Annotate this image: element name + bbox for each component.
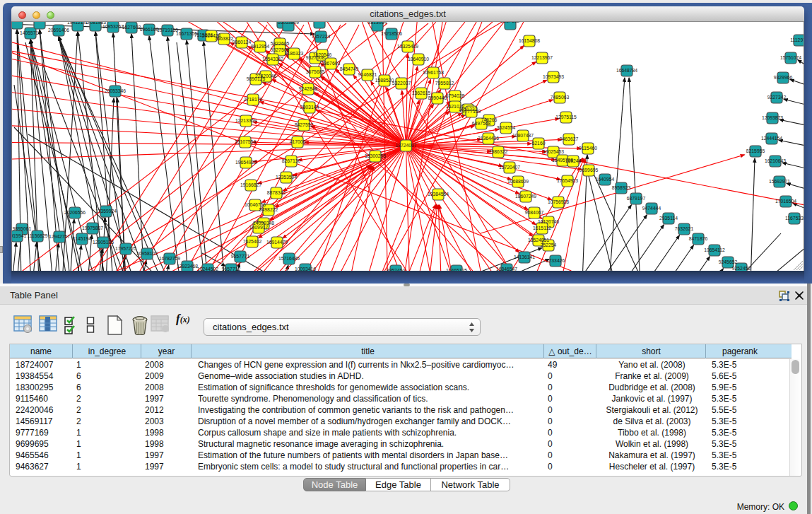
svg-text:5498222: 5498222 bbox=[259, 207, 278, 212]
svg-text:9227342: 9227342 bbox=[767, 95, 787, 100]
svg-text:1588520: 1588520 bbox=[375, 78, 394, 83]
svg-text:417006: 417006 bbox=[290, 139, 306, 144]
svg-text:12353594: 12353594 bbox=[276, 175, 297, 180]
svg-text:19975887: 19975887 bbox=[82, 226, 103, 230]
svg-text:8878342: 8878342 bbox=[267, 190, 286, 195]
svg-text:14055713: 14055713 bbox=[20, 30, 41, 35]
svg-text:19654925: 19654925 bbox=[235, 160, 257, 165]
svg-text:8186323: 8186323 bbox=[285, 51, 304, 56]
svg-text:2718176: 2718176 bbox=[244, 97, 263, 102]
svg-text:1620546: 1620546 bbox=[313, 52, 332, 57]
svg-text:15692971: 15692971 bbox=[769, 179, 790, 184]
svg-text:9252452: 9252452 bbox=[732, 266, 751, 271]
svg-text:16914479: 16914479 bbox=[266, 240, 288, 245]
svg-text:5322037: 5322037 bbox=[392, 81, 411, 86]
svg-text:12905135: 12905135 bbox=[93, 240, 114, 245]
svg-text:10973493: 10973493 bbox=[543, 74, 564, 79]
svg-text:12975115: 12975115 bbox=[555, 115, 577, 119]
svg-text:19218506: 19218506 bbox=[381, 31, 402, 36]
svg-text:21364436: 21364436 bbox=[478, 136, 499, 141]
svg-text:9474444: 9474444 bbox=[642, 206, 661, 211]
svg-text:7632621: 7632621 bbox=[675, 226, 694, 231]
svg-text:252254: 252254 bbox=[541, 243, 557, 247]
svg-text:1167533: 1167533 bbox=[785, 216, 804, 221]
svg-text:2687682: 2687682 bbox=[501, 22, 520, 23]
svg-text:169244: 169244 bbox=[565, 158, 582, 163]
svg-text:8215955: 8215955 bbox=[746, 148, 765, 153]
svg-text:7357224: 7357224 bbox=[312, 34, 331, 39]
svg-text:8454749: 8454749 bbox=[340, 66, 359, 71]
svg-text:18607249: 18607249 bbox=[515, 194, 536, 199]
svg-text:16154808: 16154808 bbox=[519, 38, 540, 43]
svg-text:1640954: 1640954 bbox=[596, 177, 615, 182]
svg-text:11156829: 11156829 bbox=[27, 233, 47, 238]
svg-text:20674489: 20674489 bbox=[29, 22, 50, 23]
svg-text:10688609: 10688609 bbox=[507, 179, 529, 184]
svg-text:17016504: 17016504 bbox=[775, 199, 796, 204]
svg-text:10046756: 10046756 bbox=[245, 202, 266, 207]
svg-text:12444154: 12444154 bbox=[761, 136, 782, 141]
svg-text:1615112: 1615112 bbox=[533, 226, 551, 230]
svg-text:8267130: 8267130 bbox=[282, 158, 301, 163]
svg-text:6497568: 6497568 bbox=[472, 121, 491, 126]
svg-text:18300295: 18300295 bbox=[365, 153, 386, 158]
svg-text:16210643: 16210643 bbox=[765, 158, 786, 163]
svg-text:1733426: 1733426 bbox=[546, 258, 565, 263]
svg-text:16107554: 16107554 bbox=[235, 139, 256, 144]
svg-text:10853267: 10853267 bbox=[102, 24, 124, 29]
svg-text:3624554: 3624554 bbox=[497, 125, 516, 130]
svg-text:10958107: 10958107 bbox=[136, 251, 158, 256]
svg-text:1362615: 1362615 bbox=[412, 90, 431, 95]
svg-text:16053809: 16053809 bbox=[278, 22, 299, 25]
svg-text:9657771: 9657771 bbox=[231, 254, 250, 259]
svg-text:8912954: 8912954 bbox=[251, 44, 270, 49]
svg-text:20053346: 20053346 bbox=[105, 88, 126, 93]
svg-text:9329966: 9329966 bbox=[774, 75, 793, 80]
svg-text:6794028: 6794028 bbox=[446, 93, 465, 98]
svg-text:12093873: 12093873 bbox=[762, 115, 783, 120]
svg-text:17359924: 17359924 bbox=[95, 209, 117, 214]
svg-text:1112973: 1112973 bbox=[790, 37, 804, 42]
svg-text:1527602: 1527602 bbox=[122, 25, 141, 30]
svg-text:10719155: 10719155 bbox=[157, 28, 178, 33]
svg-text:9699695: 9699695 bbox=[579, 168, 599, 173]
svg-text:10025453: 10025453 bbox=[543, 149, 564, 154]
svg-text:6966160: 6966160 bbox=[140, 27, 159, 32]
svg-text:5322605: 5322605 bbox=[271, 41, 290, 46]
svg-text:14136141: 14136141 bbox=[514, 255, 535, 259]
svg-text:8471876: 8471876 bbox=[689, 236, 708, 241]
svg-text:19384554: 19384554 bbox=[428, 192, 449, 197]
svg-text:15720407: 15720407 bbox=[499, 165, 520, 170]
svg-text:17654923: 17654923 bbox=[557, 178, 578, 183]
svg-text:9890125: 9890125 bbox=[247, 76, 266, 81]
svg-text:16648784: 16648784 bbox=[616, 68, 637, 73]
svg-text:7625402: 7625402 bbox=[243, 239, 262, 244]
svg-text:9895061: 9895061 bbox=[13, 226, 32, 231]
svg-text:18640910: 18640910 bbox=[408, 57, 429, 62]
svg-text:2803144: 2803144 bbox=[300, 105, 319, 110]
svg-text:12213369: 12213369 bbox=[235, 118, 257, 123]
svg-text:8813054: 8813054 bbox=[368, 22, 387, 25]
svg-text:16782759: 16782759 bbox=[159, 256, 180, 261]
svg-text:2867603: 2867603 bbox=[322, 61, 341, 66]
svg-text:9115460: 9115460 bbox=[579, 146, 597, 151]
svg-text:12923468: 12923468 bbox=[177, 264, 198, 269]
svg-text:20206556: 20206556 bbox=[64, 210, 86, 215]
svg-text:10756928: 10756928 bbox=[548, 199, 569, 204]
svg-text:9146821: 9146821 bbox=[358, 72, 377, 77]
svg-text:13325419: 13325419 bbox=[397, 44, 418, 49]
svg-text:10961758: 10961758 bbox=[423, 70, 444, 75]
svg-text:10654112: 10654112 bbox=[704, 247, 725, 252]
svg-text:9463627: 9463627 bbox=[560, 136, 579, 141]
svg-text:16543362: 16543362 bbox=[262, 57, 283, 62]
svg-text:18133074: 18133074 bbox=[12, 22, 28, 23]
svg-text:10807487: 10807487 bbox=[512, 133, 534, 138]
svg-text:9245652: 9245652 bbox=[719, 259, 738, 264]
svg-text:8990448: 8990448 bbox=[428, 95, 447, 100]
svg-text:16120746: 16120746 bbox=[538, 219, 559, 224]
svg-text:7485063: 7485063 bbox=[551, 95, 570, 100]
svg-text:2935114: 2935114 bbox=[659, 216, 678, 221]
svg-text:1409917: 1409917 bbox=[249, 225, 269, 230]
svg-text:3915941: 3915941 bbox=[12, 233, 26, 238]
svg-text:9084067: 9084067 bbox=[525, 210, 544, 215]
